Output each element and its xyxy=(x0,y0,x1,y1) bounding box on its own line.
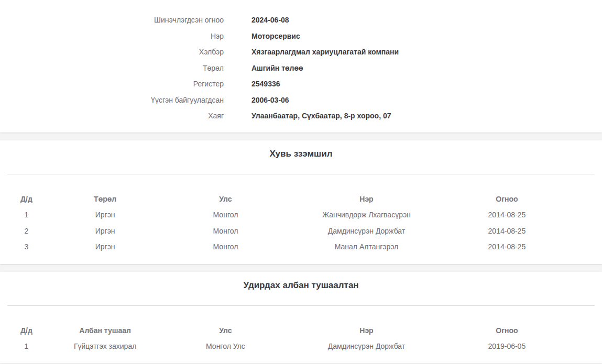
info-label: Хэлбэр xyxy=(0,48,224,56)
info-label: Хаяг xyxy=(0,112,224,120)
info-value: 2024-06-08 xyxy=(251,16,289,24)
officials-section-title: Удирдах албан тушаалтан xyxy=(0,280,602,291)
col-header-index: Д/д xyxy=(7,323,46,339)
cell-spacer xyxy=(567,239,595,255)
table-header-row: Д/д Төрөл Улс Нэр Огноо xyxy=(7,191,595,207)
info-row-register-number: Регистер 2549336 xyxy=(0,76,602,92)
info-row-name: Нэр Моторсервис xyxy=(0,28,602,45)
cell-country: Монгол xyxy=(165,239,286,255)
col-header-spacer xyxy=(567,323,595,339)
col-header-date: Огноо xyxy=(447,323,567,339)
info-value: 2006-03-06 xyxy=(251,96,289,104)
table-row: 2 Иргэн Монгол Дамдинсүрэн Доржбат 2014-… xyxy=(7,223,595,239)
cell-index: 1 xyxy=(7,338,46,355)
officials-table: Д/д Албан тушаал Улс Нэр Огноо 1 Гүйцэтг… xyxy=(7,323,595,355)
cell-type: Иргэн xyxy=(46,207,165,223)
cell-date: 2014-08-25 xyxy=(447,207,567,223)
col-header-spacer xyxy=(567,191,595,207)
cell-country: Монгол Улс xyxy=(165,338,286,355)
info-value: 2549336 xyxy=(251,80,280,88)
cell-date: 2014-08-25 xyxy=(447,223,567,239)
cell-country: Монгол xyxy=(165,207,286,223)
company-info-card: Шинэчлэгдсэн огноо 2024-06-08 Нэр Моторс… xyxy=(0,0,602,133)
info-label: Үүсгэн байгуулагдсан xyxy=(0,96,224,104)
table-header-row: Д/д Албан тушаал Улс Нэр Огноо xyxy=(7,323,595,339)
cell-spacer xyxy=(567,223,595,239)
info-label: Шинэчлэгдсэн огноо xyxy=(0,16,224,24)
col-header-name: Нэр xyxy=(286,323,446,339)
table-row: 1 Гүйцэтгэх захирал Монгол Улс Дамдинсүр… xyxy=(7,338,595,355)
shareholders-card: Хувь ззэмшил Д/д Төрөл Улс Нэр Огноо 1 И… xyxy=(0,140,602,264)
col-header-country: Улс xyxy=(165,191,286,207)
cell-name: Манал Алтангэрэл xyxy=(286,239,446,255)
cell-country: Монгол xyxy=(165,223,286,239)
cell-name: Жанчивдорж Лхагвасүрэн xyxy=(286,207,446,223)
col-header-name: Нэр xyxy=(286,191,446,207)
cell-index: 2 xyxy=(7,223,46,239)
cell-date: 2019-06-05 xyxy=(447,338,567,355)
cell-spacer xyxy=(567,207,595,223)
info-row-legal-form: Хэлбэр Хязгаарлагдмал хариуцлагатай комп… xyxy=(0,44,602,60)
info-label: Төрөл xyxy=(0,64,224,72)
cell-type: Иргэн xyxy=(46,223,165,239)
col-header-country: Улс xyxy=(165,323,286,339)
section-divider xyxy=(7,174,595,174)
table-row: 1 Иргэн Монгол Жанчивдорж Лхагвасүрэн 20… xyxy=(7,207,595,223)
col-header-type: Төрөл xyxy=(46,191,165,207)
info-row-address: Хаяг Улаанбаатар, Сүхбаатар, 8-р хороо, … xyxy=(0,108,602,124)
info-value: Ашгийн төлөө xyxy=(251,64,303,72)
shareholders-section-title: Хувь ззэмшил xyxy=(0,149,602,159)
col-header-index: Д/д xyxy=(7,191,46,207)
shareholders-table: Д/д Төрөл Улс Нэр Огноо 1 Иргэн Монгол Ж… xyxy=(7,191,595,255)
cell-type: Иргэн xyxy=(46,239,165,255)
section-divider xyxy=(7,305,595,306)
cell-position: Гүйцэтгэх захирал xyxy=(46,338,165,355)
info-label: Регистер xyxy=(0,80,224,88)
cell-index: 1 xyxy=(7,207,46,223)
col-header-date: Огноо xyxy=(447,191,567,207)
info-row-established-date: Үүсгэн байгуулагдсан 2006-03-06 xyxy=(0,92,602,108)
officials-card: Удирдах албан тушаалтан Д/д Албан тушаал… xyxy=(0,272,602,363)
info-row-updated-date: Шинэчлэгдсэн огноо 2024-06-08 xyxy=(0,12,602,28)
cell-index: 3 xyxy=(7,239,46,255)
info-row-type: Төрөл Ашгийн төлөө xyxy=(0,60,602,76)
cell-date: 2014-08-25 xyxy=(447,239,567,255)
table-row: 3 Иргэн Монгол Манал Алтангэрэл 2014-08-… xyxy=(7,239,595,255)
cell-name: Дамдинсүрэн Доржбат xyxy=(286,338,446,355)
col-header-position: Албан тушаал xyxy=(46,323,165,339)
info-value: Улаанбаатар, Сүхбаатар, 8-р хороо, 07 xyxy=(251,112,391,120)
info-label: Нэр xyxy=(0,32,224,40)
info-value: Хязгаарлагдмал хариуцлагатай компани xyxy=(251,48,399,56)
cell-name: Дамдинсүрэн Доржбат xyxy=(286,223,446,239)
info-value: Моторсервис xyxy=(251,32,300,40)
cell-spacer xyxy=(567,338,595,355)
